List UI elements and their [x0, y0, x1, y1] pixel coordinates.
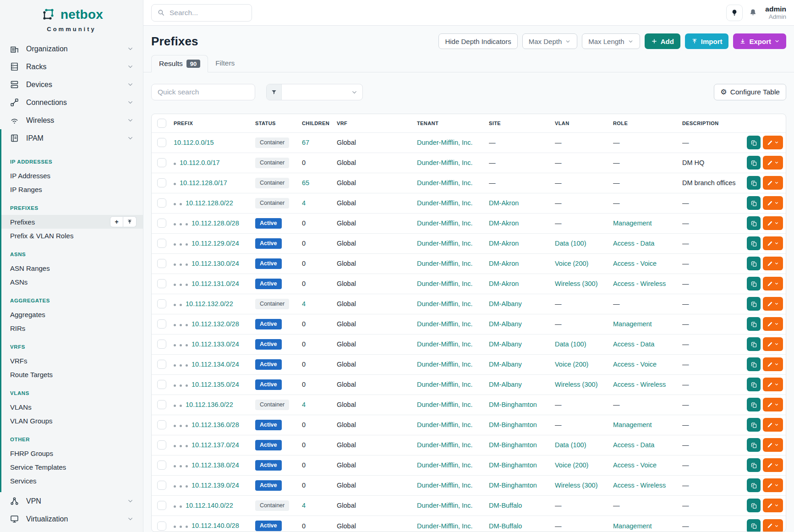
children-count[interactable]: 0 — [302, 159, 306, 166]
tenant-link[interactable]: Dunder-Mifflin, Inc. — [417, 240, 472, 247]
tenant-link[interactable]: Dunder-Mifflin, Inc. — [417, 300, 472, 307]
vlan-link[interactable]: Voice (200) — [555, 260, 588, 267]
sidebar-item-route-targets[interactable]: Route Targets — [1, 367, 143, 381]
children-count[interactable]: 0 — [302, 340, 306, 348]
row-checkbox[interactable] — [157, 360, 166, 369]
sidebar-item-asns[interactable]: ASNs — [1, 275, 143, 289]
role-link[interactable]: Access - Data — [613, 340, 654, 348]
row-checkbox[interactable] — [157, 279, 166, 288]
max-depth-button[interactable]: Max Depth — [522, 33, 578, 49]
site-link[interactable]: DM-Akron — [489, 219, 519, 227]
copy-button[interactable] — [747, 277, 761, 291]
vlan-link[interactable]: Data (100) — [555, 240, 586, 247]
vlan-link[interactable]: — — [555, 502, 562, 509]
column-header-prefix[interactable]: PREFIX — [174, 114, 255, 132]
sidebar-item-prefix-vlan-roles[interactable]: Prefix & VLAN Roles — [1, 229, 143, 242]
role-link[interactable]: — — [613, 139, 620, 146]
copy-button[interactable] — [747, 398, 761, 411]
prefix-link[interactable]: 10.112.132.0/22 — [186, 300, 233, 307]
role-link[interactable]: Access - Voice — [613, 361, 657, 368]
children-count[interactable]: 4 — [302, 502, 306, 509]
site-link[interactable]: DM-Albany — [489, 361, 522, 368]
sidebar-item-ip-ranges[interactable]: IP Ranges — [1, 182, 143, 196]
tenant-link[interactable]: Dunder-Mifflin, Inc. — [417, 361, 472, 368]
tenant-link[interactable]: Dunder-Mifflin, Inc. — [417, 260, 472, 267]
prefix-link[interactable]: 10.112.133.0/24 — [192, 340, 239, 348]
prefix-link[interactable]: 10.112.134.0/24 — [192, 361, 239, 368]
vlan-link[interactable]: — — [555, 401, 562, 408]
copy-button[interactable] — [747, 438, 761, 452]
row-checkbox[interactable] — [157, 521, 166, 531]
edit-button[interactable] — [763, 136, 783, 149]
site-link[interactable]: DM-Binghamton — [489, 461, 537, 469]
sidebar-item-connections[interactable]: Connections — [0, 93, 143, 111]
import-button[interactable]: Import — [685, 33, 729, 49]
sidebar-item-racks[interactable]: Racks — [0, 58, 143, 76]
netbox-logo[interactable]: netbox Community — [0, 5, 143, 33]
notifications-bell-icon[interactable] — [749, 8, 757, 17]
row-checkbox[interactable] — [157, 198, 166, 208]
children-count[interactable]: 4 — [302, 300, 306, 307]
hide-depth-indicators-button[interactable]: Hide Depth Indicators — [438, 33, 517, 49]
vlan-link[interactable]: Data (100) — [555, 441, 586, 449]
edit-button[interactable] — [763, 216, 783, 230]
tab-filters[interactable]: Filters — [208, 55, 242, 72]
children-count[interactable]: 0 — [302, 482, 306, 489]
site-link[interactable]: — — [489, 179, 496, 186]
children-count[interactable]: 0 — [302, 441, 306, 449]
tenant-link[interactable]: Dunder-Mifflin, Inc. — [417, 482, 472, 489]
children-count[interactable]: 4 — [302, 401, 306, 408]
vlan-link[interactable]: Wireless (300) — [555, 381, 597, 388]
copy-button[interactable] — [747, 236, 761, 250]
tenant-link[interactable]: Dunder-Mifflin, Inc. — [417, 441, 472, 449]
sidebar-item-organization[interactable]: Organization — [0, 40, 143, 58]
vlan-link[interactable]: — — [555, 421, 562, 428]
filter-select[interactable] — [266, 84, 363, 100]
role-link[interactable]: Management — [613, 421, 652, 428]
vlan-link[interactable]: — — [555, 300, 562, 307]
vlan-link[interactable]: — — [555, 219, 562, 227]
edit-button[interactable] — [763, 478, 783, 492]
site-link[interactable]: DM-Akron — [489, 260, 519, 267]
prefix-link[interactable]: 10.112.140.0/28 — [192, 522, 239, 529]
row-checkbox[interactable] — [157, 158, 166, 167]
role-link[interactable]: Access - Voice — [613, 461, 657, 469]
role-link[interactable]: Access - Data — [613, 441, 654, 449]
column-header-status[interactable]: STATUS — [255, 114, 302, 132]
export-button[interactable]: Export — [733, 33, 786, 49]
prefix-link[interactable]: 10.112.139.0/24 — [192, 482, 239, 489]
prefix-link[interactable]: 10.112.128.0/17 — [180, 179, 227, 186]
role-link[interactable]: Management — [613, 522, 652, 530]
sidebar-item-prefixes[interactable]: Prefixes+ — [1, 215, 143, 229]
vlan-link[interactable]: Wireless (300) — [555, 482, 597, 489]
global-search[interactable] — [151, 4, 252, 22]
prefix-link[interactable]: 10.112.136.0/28 — [192, 421, 239, 428]
site-link[interactable]: — — [489, 159, 496, 166]
column-header-site[interactable]: SITE — [489, 114, 555, 132]
column-header-description[interactable]: DESCRIPTION — [682, 114, 742, 132]
column-header-vrf[interactable]: VRF — [337, 114, 417, 132]
role-link[interactable]: — — [613, 401, 620, 408]
tenant-link[interactable]: Dunder-Mifflin, Inc. — [417, 320, 472, 328]
role-link[interactable]: Management — [613, 219, 652, 227]
sidebar-item-fhrp-groups[interactable]: FHRP Groups — [1, 446, 143, 460]
vlan-link[interactable]: Voice (200) — [555, 361, 588, 368]
prefix-link[interactable]: 10.112.136.0/22 — [186, 401, 233, 408]
edit-button[interactable] — [763, 357, 783, 371]
role-link[interactable]: Access - Wireless — [613, 482, 666, 489]
edit-button[interactable] — [763, 519, 783, 532]
sidebar-item-rirs[interactable]: RIRs — [1, 321, 143, 335]
site-link[interactable]: DM-Albany — [489, 300, 522, 307]
copy-button[interactable] — [747, 257, 761, 270]
row-checkbox[interactable] — [157, 440, 166, 450]
prefix-link[interactable]: 10.112.130.0/24 — [192, 260, 239, 267]
children-count[interactable]: 0 — [302, 461, 306, 469]
column-header-tenant[interactable]: TENANT — [417, 114, 489, 132]
site-link[interactable]: DM-Albany — [489, 340, 522, 348]
role-link[interactable]: Access - Data — [613, 240, 654, 247]
site-link[interactable]: DM-Binghamton — [489, 401, 537, 408]
vlan-link[interactable]: — — [555, 320, 562, 328]
site-link[interactable]: DM-Binghamton — [489, 421, 537, 428]
vlan-link[interactable]: — — [555, 522, 562, 530]
tenant-link[interactable]: Dunder-Mifflin, Inc. — [417, 381, 472, 388]
